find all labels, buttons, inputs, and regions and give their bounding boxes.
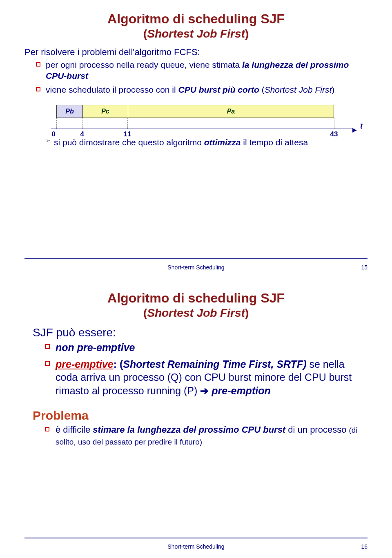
bullet-list: per ogni processo nella ready queue, vie… — [24, 59, 368, 95]
segment-pc: Pc — [83, 105, 128, 118]
problema-heading: Problema — [33, 409, 368, 422]
slide-subtitle: (Shortest Job First) — [24, 307, 368, 320]
axis-line — [51, 129, 354, 129]
page-number: 16 — [361, 543, 368, 550]
chart-bar: Pb Pc Pa — [56, 105, 334, 118]
axis: ▶ t 0 4 11 43 — [56, 118, 334, 133]
slide-title: Algoritmo di scheduling SJF — [24, 11, 368, 27]
footer-rule — [24, 258, 368, 259]
intro-text: Per risolvere i problemi dell'algoritmo … — [24, 47, 368, 58]
tick-line — [334, 118, 334, 129]
bullet-item: per ogni processo nella ready queue, vie… — [36, 59, 368, 82]
axis-label-t: t — [360, 122, 363, 131]
segment-pb: Pb — [57, 105, 83, 118]
tick-line — [56, 118, 57, 129]
arrow-right-icon: ▶ — [352, 127, 357, 133]
sub-bullet-item: si può dimostrare che questo algoritmo o… — [46, 137, 368, 148]
bullet-item: viene schedulato il processo con il CPU … — [36, 84, 368, 95]
page-number: 15 — [361, 264, 368, 271]
slide-15: Algoritmo di scheduling SJF (Shortest Jo… — [0, 0, 392, 279]
segment-pa: Pa — [128, 105, 334, 118]
bullet-item: pre-emptive: (Shortest Remaining Time Fi… — [45, 358, 368, 398]
slide-16: Algoritmo di scheduling SJF (Shortest Jo… — [0, 279, 392, 558]
footer-text: Short-term Scheduling — [0, 543, 392, 550]
gantt-chart: Pb Pc Pa ▶ t 0 4 11 43 — [56, 105, 334, 133]
footer-text: Short-term Scheduling — [0, 264, 392, 271]
slide-subtitle: (Shortest Job First) — [24, 27, 368, 40]
bullet-item: non pre-emptive — [45, 341, 368, 354]
footer-rule — [24, 538, 368, 538]
bullet-item: è difficile stimare la lunghezza del pro… — [45, 424, 368, 447]
sub-bullet-list: si può dimostrare che questo algoritmo o… — [24, 137, 368, 148]
tick-line — [82, 118, 82, 129]
slide-title: Algoritmo di scheduling SJF — [24, 291, 368, 306]
body-text: SJF può essere: — [33, 326, 368, 339]
document: Algoritmo di scheduling SJF (Shortest Jo… — [0, 0, 392, 558]
bullet-list: non pre-emptive pre-emptive: (Shortest R… — [24, 341, 368, 397]
tick-line — [127, 118, 128, 129]
bullet-list: è difficile stimare la lunghezza del pro… — [24, 424, 368, 447]
